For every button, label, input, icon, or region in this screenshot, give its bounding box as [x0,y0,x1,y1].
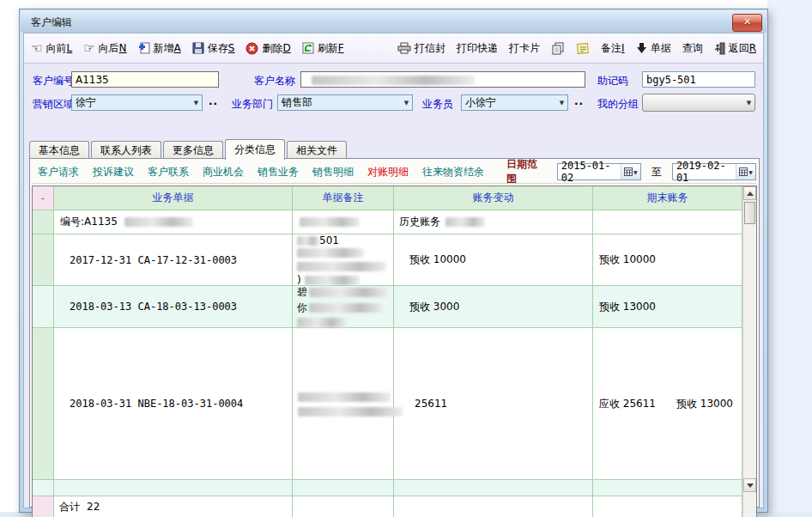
redacted-blur [312,76,475,85]
customer-code-label: 客户编号 [33,74,74,88]
chevron-down-icon: ▼ [401,100,412,106]
screen: 客户编辑 ✕ ☜ 向前L ☞ 向后N 新增A [0,0,812,517]
table-row[interactable]: 2018-03-31 NBE-18-03-31-0004 25611 应收 25… [33,328,742,480]
salesman-more-button[interactable]: .. [574,95,584,107]
subnav-material-balance[interactable]: 往来物资结余 [422,165,484,179]
doc-cell: 2018-03-13 CA-18-03-13-0003 [70,301,237,313]
date-to-picker[interactable]: 2019-02-01 ▼ [672,163,756,180]
salesman-combobox[interactable]: 小徐宁▼ [461,94,568,111]
table-row[interactable]: 编号:A1135 历史账务 [33,210,742,234]
change-cell: 历史账务 [399,215,440,229]
customer-code-input[interactable]: A1135 [71,71,219,88]
subnav-complaint[interactable]: 投诉建议 [93,165,134,179]
vertical-scroll-thumb[interactable] [744,202,755,224]
bill-button[interactable]: 单据 [636,41,671,56]
note-button[interactable]: 备注I [601,41,625,56]
table-row[interactable] [33,480,742,496]
table-row[interactable]: 2018-03-13 CA-18-03-13-0003 碧 你 预收 3000 … [33,286,742,328]
scroll-down-button[interactable] [743,478,756,492]
window-title: 客户编辑 [31,15,72,30]
client-area: ☜ 向前L ☞ 向后N 新增A 保存S 删除D [23,33,764,508]
copy-docs-icon [551,42,565,55]
redacted-blur [297,262,386,271]
mnemonic-input[interactable]: bgy5-501 [642,71,755,88]
sticky-note-icon [576,42,590,55]
close-button[interactable]: ✕ [732,14,762,32]
redacted-blur [297,236,319,246]
note-fragment: 碧 [297,286,307,298]
date-from-picker[interactable]: 2015-01-02 ▼ [557,163,641,180]
delete-circle-icon [245,42,258,55]
print-express-button[interactable]: 打印快递 [457,41,498,56]
date-range-label: 日期范围 [506,157,543,186]
redacted-blur [297,248,364,258]
next-button[interactable]: ☞ 向后N [83,41,126,56]
redacted-blur [300,217,360,227]
tab-strip: 基本信息 联系人列表 更多信息 分类信息 相关文件 [29,138,348,159]
calendar-icon[interactable]: ▼ [621,164,640,179]
delete-button[interactable]: 删除D [245,41,290,56]
customer-name-input[interactable] [300,71,585,88]
grid-header-row: - 业务单据 单据备注 账务变动 期末账务 [33,186,742,210]
back-button[interactable]: 返回R [714,41,756,56]
hand-right-icon: ☞ [83,42,94,54]
mnemonic-label: 助记码 [597,74,628,88]
add-button[interactable]: 新增A [138,41,181,56]
grid-footer-row: 合计22 [33,496,742,517]
subnav-customer-contact[interactable]: 客户联系 [148,165,189,179]
note-fragment: ) [297,274,301,286]
calendar-icon[interactable]: ▼ [736,164,755,179]
tab-more-info[interactable]: 更多信息 [163,141,223,159]
tab-basic-info[interactable]: 基本信息 [29,141,89,159]
table-row[interactable]: 2017-12-31 CA-17-12-31-0003 501 ) 预收 100… [33,234,742,286]
printer-icon [397,42,411,54]
floppy-disk-icon [192,42,204,54]
save-button[interactable]: 保存S [192,41,235,56]
my-group-combobox[interactable]: ▼ [642,94,755,112]
note-fragment: 你 [297,301,307,313]
subnav-business-chance[interactable]: 商业机会 [203,165,244,179]
note-fragment: 501 [319,234,339,246]
sticky-note-button[interactable] [576,42,590,55]
query-button[interactable]: 查询 [682,41,703,56]
tab-contact-list[interactable]: 联系人列表 [91,141,161,159]
balance-cell: 预收 13000 [599,300,656,314]
header-balance[interactable]: 期末账务 [593,186,742,210]
region-more-button[interactable]: .. [209,95,218,107]
tab-related-files[interactable]: 相关文件 [287,141,347,159]
header-note[interactable]: 单据备注 [293,186,394,210]
department-combobox[interactable]: 销售部▼ [277,94,413,111]
subnav-sales-business[interactable]: 销售业务 [258,165,299,179]
title-bar[interactable]: 客户编辑 ✕ [21,10,767,33]
chevron-down-icon: ▼ [191,100,202,106]
row-marker [33,286,54,328]
print-envelope-button[interactable]: 打信封 [397,41,445,56]
scroll-up-button[interactable] [743,186,756,200]
category-info-panel: 客户请求 投诉建议 客户联系 商业机会 销售业务 销售明细 对账明细 往来物资结… [29,158,760,508]
header-doc[interactable]: 业务单据 [54,186,293,210]
balance-cell: 预收 10000 [599,252,656,267]
balance-cell: 应收 25611 [599,397,656,411]
my-group-label: 我的分组 [597,97,639,112]
row-marker [33,210,54,234]
row-marker [33,480,54,496]
subnav-customer-request[interactable]: 客户请求 [38,165,79,179]
copy-docs-button[interactable] [551,42,565,55]
subnav-sales-detail[interactable]: 销售明细 [312,165,354,179]
vertical-scrollbar[interactable] [742,186,756,517]
header-change[interactable]: 账务变动 [394,186,593,210]
header-marker: - [33,186,54,210]
prev-button[interactable]: ☜ 向前L [31,41,72,56]
subnav-statement-detail[interactable]: 对账明细 [367,165,409,179]
redacted-blur [298,392,391,402]
triangle-up-icon [747,192,754,196]
print-card-button[interactable]: 打卡片 [509,41,540,56]
region-label: 营销区域 [33,97,74,112]
salesman-label: 业务员 [422,97,453,112]
change-cell: 预收 10000 [409,252,466,267]
redacted-blur [124,217,193,227]
region-combobox[interactable]: 徐宁▼ [71,94,203,111]
change-cell: 25611 [415,398,447,410]
tab-category-info[interactable]: 分类信息 [225,139,285,160]
refresh-button[interactable]: 刷新F [302,41,344,56]
